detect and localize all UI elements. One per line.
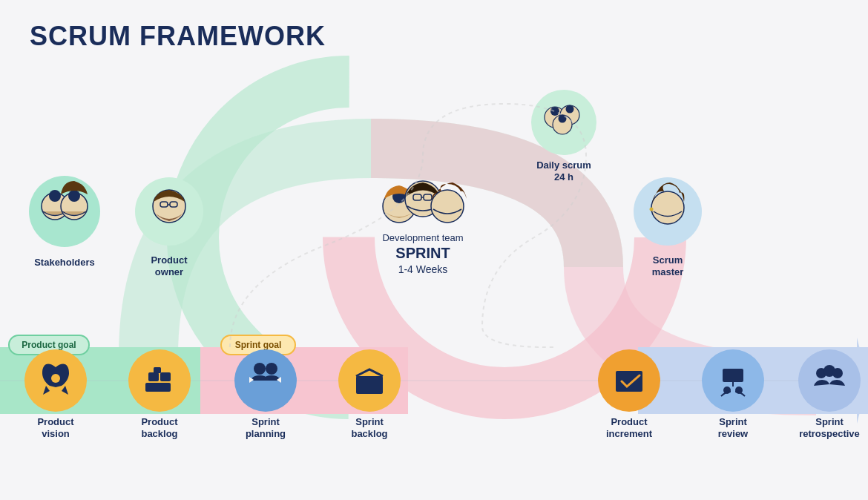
sprint-retro-circle bbox=[798, 349, 861, 412]
product-increment-label2: increment bbox=[606, 428, 653, 439]
svg-point-32 bbox=[266, 363, 277, 375]
product-vision-label2: vision bbox=[42, 428, 70, 439]
product-backlog-circle bbox=[128, 349, 191, 412]
stakeholders-label: Stakeholders bbox=[34, 257, 95, 268]
svg-rect-30 bbox=[154, 367, 161, 373]
svg-point-41 bbox=[832, 368, 843, 378]
svg-point-23 bbox=[651, 191, 684, 224]
app-container: SCRUM FRAMEWORK Stakeholders bbox=[0, 0, 868, 500]
sprint-goal-badge-text: Sprint goal bbox=[235, 340, 282, 350]
scrum-master-label: Scrum bbox=[653, 254, 683, 266]
sprint-review-label2: review bbox=[718, 428, 749, 439]
product-increment-label: Product bbox=[611, 416, 648, 427]
svg-point-20 bbox=[566, 105, 574, 114]
svg-point-26 bbox=[51, 374, 60, 383]
product-backlog-label: Product bbox=[141, 416, 178, 427]
product-owner-label: Product bbox=[151, 254, 188, 266]
dev-team-sub-label: Development team bbox=[382, 232, 463, 243]
sprint-weeks-label: 1-4 Weeks bbox=[398, 263, 448, 275]
svg-rect-33 bbox=[356, 376, 383, 394]
diagram-svg: Stakeholders Product owner bbox=[0, 0, 868, 500]
svg-point-16 bbox=[431, 190, 464, 223]
svg-point-24 bbox=[650, 208, 654, 211]
sprint-review-label: Sprint bbox=[719, 416, 747, 427]
sprint-planning-label: Sprint bbox=[251, 416, 280, 427]
svg-rect-29 bbox=[145, 383, 171, 392]
svg-point-5 bbox=[68, 190, 80, 202]
sprint-retro-label2: retrospective bbox=[799, 428, 860, 439]
svg-point-3 bbox=[49, 190, 61, 202]
product-vision-label: Product bbox=[37, 416, 74, 427]
sprint-backlog-label2: backlog bbox=[351, 428, 387, 439]
daily-scrum-time: 24 h bbox=[554, 171, 573, 182]
svg-rect-35 bbox=[723, 369, 743, 382]
product-owner-label2: owner bbox=[155, 266, 183, 277]
daily-scrum-label: Daily scrum bbox=[536, 159, 591, 171]
product-backlog-label2: backlog bbox=[141, 428, 177, 439]
svg-point-18 bbox=[550, 107, 559, 116]
sprint-planning-label2: planning bbox=[246, 428, 286, 439]
product-goal-badge-text: Product goal bbox=[22, 340, 76, 350]
svg-rect-28 bbox=[160, 372, 171, 381]
sprint-label: SPRINT bbox=[395, 245, 450, 261]
sprint-backlog-label: Sprint bbox=[355, 416, 384, 427]
scrum-master-label2: master bbox=[652, 266, 684, 277]
sprint-retro-label: Sprint bbox=[815, 416, 844, 427]
svg-rect-34 bbox=[616, 371, 642, 392]
svg-rect-27 bbox=[148, 372, 159, 381]
svg-point-31 bbox=[254, 363, 266, 375]
